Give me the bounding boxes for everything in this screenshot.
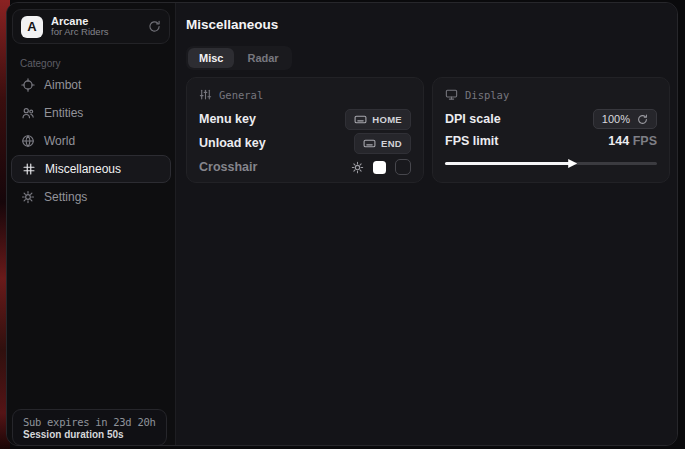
monitor-icon [445, 88, 458, 101]
crosshair-checkbox[interactable] [395, 159, 411, 175]
fps-limit-row: FPS limit 144 FPS [445, 131, 657, 151]
menu-key-label: Menu key [199, 112, 256, 126]
crosshair-label: Crosshair [199, 160, 257, 174]
crosshair-row: Crosshair [199, 155, 411, 179]
tab-radar[interactable]: Radar [236, 48, 289, 68]
dpi-scale-label: DPI scale [445, 112, 501, 126]
general-panel-header: General [199, 88, 411, 101]
fps-limit-label: FPS limit [445, 134, 498, 148]
app-logo: A [21, 16, 43, 38]
fps-slider-thumb[interactable] [568, 159, 577, 168]
general-panel: General Menu key HOME Unload key [186, 77, 424, 183]
unload-key-row: Unload key END [199, 131, 411, 155]
crosshair-icon [21, 78, 35, 92]
sidebar-item-aimbot[interactable]: Aimbot [7, 71, 175, 99]
tab-misc[interactable]: Misc [188, 48, 234, 68]
unload-key-value: END [381, 138, 402, 149]
sliders-icon [199, 88, 212, 101]
sidebar-item-settings[interactable]: Settings [7, 183, 175, 211]
gear-icon [21, 190, 35, 204]
menu-key-row: Menu key HOME [199, 107, 411, 131]
crosshair-settings-gear-icon[interactable] [351, 161, 364, 174]
menu-key-button[interactable]: HOME [345, 109, 411, 130]
sub-expires-text: Sub expires in 23d 20h [23, 416, 156, 428]
session-duration-text: Session duration 50s [23, 429, 156, 440]
sidebar-nav: Aimbot Entities World [7, 71, 175, 211]
fps-slider-fill [445, 162, 572, 165]
sidebar-item-label: Aimbot [44, 78, 81, 92]
crosshair-controls [351, 159, 411, 175]
app-header-card: A Arcane for Arc Riders [12, 9, 170, 44]
fps-slider[interactable] [445, 158, 657, 168]
dpi-scale-select[interactable]: 100% [593, 109, 657, 129]
category-label: Category [20, 58, 61, 69]
app-window: A Arcane for Arc Riders Category Aimbot [6, 2, 678, 446]
refresh-icon[interactable] [148, 20, 161, 33]
entities-icon [21, 106, 35, 120]
sidebar-item-label: Miscellaneous [45, 162, 121, 176]
subscription-card: Sub expires in 23d 20h Session duration … [12, 409, 167, 446]
display-panel-title: Display [465, 89, 509, 101]
crosshair-color-swatch[interactable] [373, 161, 386, 174]
sidebar-item-label: World [44, 134, 75, 148]
display-panel: Display DPI scale 100% FPS limit [432, 77, 670, 183]
unload-key-label: Unload key [199, 136, 266, 150]
panels-row: General Menu key HOME Unload key [186, 77, 670, 183]
sidebar-item-label: Entities [44, 106, 83, 120]
sidebar-item-world[interactable]: World [7, 127, 175, 155]
sidebar-item-miscellaneous[interactable]: Miscellaneous [11, 155, 171, 183]
dpi-scale-value: 100% [602, 113, 630, 125]
main-content: Miscellaneous Misc Radar General Menu ke… [176, 3, 677, 445]
keyboard-icon [354, 113, 367, 126]
general-panel-title: General [219, 89, 263, 101]
globe-icon [21, 134, 35, 148]
dpi-scale-row: DPI scale 100% [445, 107, 657, 131]
grid-icon [22, 162, 36, 176]
display-panel-header: Display [445, 88, 657, 101]
keyboard-icon [363, 137, 376, 150]
app-subtitle: for Arc Riders [51, 27, 140, 38]
menu-key-value: HOME [372, 114, 402, 125]
tab-bar: Misc Radar [186, 46, 292, 70]
unload-key-button[interactable]: END [354, 133, 411, 154]
sidebar: A Arcane for Arc Riders Category Aimbot [7, 3, 176, 445]
app-meta: Arcane for Arc Riders [51, 15, 140, 39]
fps-limit-value: 144 FPS [608, 134, 657, 148]
page-title: Miscellaneous [186, 17, 278, 32]
reload-icon [637, 114, 648, 125]
sidebar-item-entities[interactable]: Entities [7, 99, 175, 127]
sidebar-item-label: Settings [44, 190, 87, 204]
